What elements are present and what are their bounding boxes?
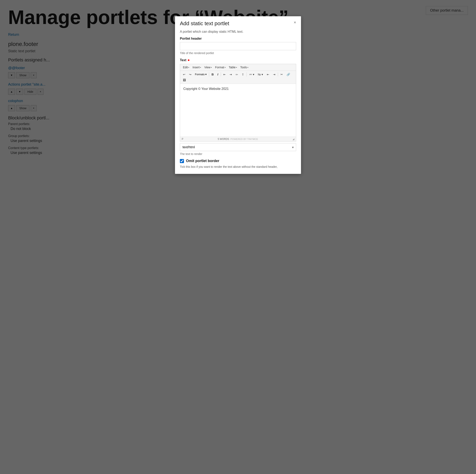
tinymce-content-area[interactable]: Copyright © Your Website 2021 bbox=[180, 84, 296, 137]
outdent-button[interactable]: ⇤ bbox=[265, 72, 271, 77]
modal-title: Add static text portlet bbox=[180, 20, 229, 27]
undo-button[interactable]: ↩ bbox=[181, 72, 187, 77]
scissors-button[interactable]: ✂ bbox=[279, 72, 285, 77]
redo-button[interactable]: ↪ bbox=[187, 72, 193, 77]
menu-format[interactable]: Format ▾ bbox=[213, 65, 227, 70]
text-label-row: Text ● bbox=[180, 58, 296, 62]
menu-view[interactable]: View ▾ bbox=[203, 65, 213, 70]
omit-border-hint: Tick this box if you want to render the … bbox=[180, 165, 296, 169]
tinymce-toolbar: ↩ ↪ Formats ▾ B I ⇤ ⇥ ⇦ ⇧ ≔ ▾ № bbox=[180, 71, 296, 84]
toolbar-separator-2 bbox=[221, 72, 221, 76]
align-right-button[interactable]: ⇦ bbox=[234, 72, 240, 77]
image-button[interactable]: 🖼 bbox=[181, 77, 187, 83]
link-button[interactable]: 🔗 bbox=[285, 72, 292, 77]
tinymce-resize-handle[interactable]: ◢ bbox=[292, 138, 294, 140]
tinymce-editor: Edit ▾ Insert ▾ View ▾ Format ▾ bbox=[180, 64, 296, 141]
portlet-header-input[interactable] bbox=[180, 42, 296, 50]
toolbar-separator-4 bbox=[278, 72, 278, 76]
format-hint: The text to render bbox=[180, 152, 296, 156]
modal-dialog: Add static text portlet × A portlet whic… bbox=[175, 16, 301, 174]
indent-button[interactable]: ⇥ bbox=[271, 72, 277, 77]
tinymce-statusbar: P 5 WORDS POWERED BY TINYMCE ◢ bbox=[180, 137, 296, 141]
formats-chevron-icon: ▾ bbox=[205, 73, 207, 76]
format-chevron-icon: ▾ bbox=[225, 66, 226, 69]
portlet-header-hint: Title of the rendered portlet bbox=[180, 52, 296, 55]
menu-tools[interactable]: Tools ▾ bbox=[238, 65, 250, 70]
justify-button[interactable]: ⇧ bbox=[240, 72, 246, 77]
menu-edit[interactable]: Edit ▾ bbox=[181, 65, 191, 70]
menu-insert[interactable]: Insert ▾ bbox=[191, 65, 203, 70]
unordered-list-button[interactable]: ≔ ▾ bbox=[248, 72, 256, 77]
toolbar-separator-1 bbox=[209, 72, 209, 76]
formats-dropdown[interactable]: Formats ▾ bbox=[193, 72, 208, 77]
menu-table[interactable]: Table ▾ bbox=[227, 65, 238, 70]
modal-description: A portlet which can display static HTML … bbox=[180, 30, 296, 34]
omit-border-row: Omit portlet border bbox=[180, 159, 296, 163]
portlet-header-label: Portlet header bbox=[180, 37, 296, 40]
modal-overlay: Add static text portlet × A portlet whic… bbox=[0, 0, 476, 474]
modal-close-button[interactable]: × bbox=[294, 20, 296, 24]
align-left-button[interactable]: ⇤ bbox=[222, 72, 227, 77]
format-select-wrapper: text/html text/plain text/restructured ▾ bbox=[180, 143, 296, 151]
text-field-label: Text bbox=[180, 58, 186, 62]
omit-border-checkbox[interactable] bbox=[180, 159, 184, 163]
table-chevron-icon: ▾ bbox=[236, 66, 237, 69]
editor-content: Copyright © Your Website 2021 bbox=[183, 87, 229, 90]
modal-header: Add static text portlet × bbox=[175, 16, 301, 27]
view-chevron-icon: ▾ bbox=[211, 66, 212, 69]
tinymce-info: 5 WORDS POWERED BY TINYMCE bbox=[218, 138, 258, 140]
tools-chevron-icon: ▾ bbox=[247, 66, 248, 69]
omit-border-label[interactable]: Omit portlet border bbox=[186, 159, 219, 163]
insert-chevron-icon: ▾ bbox=[200, 66, 201, 69]
ordered-list-button[interactable]: № ▾ bbox=[256, 72, 265, 77]
required-indicator: ● bbox=[187, 58, 190, 62]
edit-chevron-icon: ▾ bbox=[188, 66, 189, 69]
format-select[interactable]: text/html text/plain text/restructured bbox=[180, 143, 296, 151]
align-center-button[interactable]: ⇥ bbox=[228, 72, 234, 77]
modal-body: A portlet which can display static HTML … bbox=[175, 27, 301, 174]
tinymce-menubar: Edit ▾ Insert ▾ View ▾ Format ▾ bbox=[180, 64, 296, 71]
italic-button[interactable]: I bbox=[216, 71, 220, 77]
bold-button[interactable]: B bbox=[210, 71, 215, 77]
formats-label: Formats bbox=[195, 73, 205, 76]
tinymce-status-tag: P bbox=[182, 138, 183, 140]
